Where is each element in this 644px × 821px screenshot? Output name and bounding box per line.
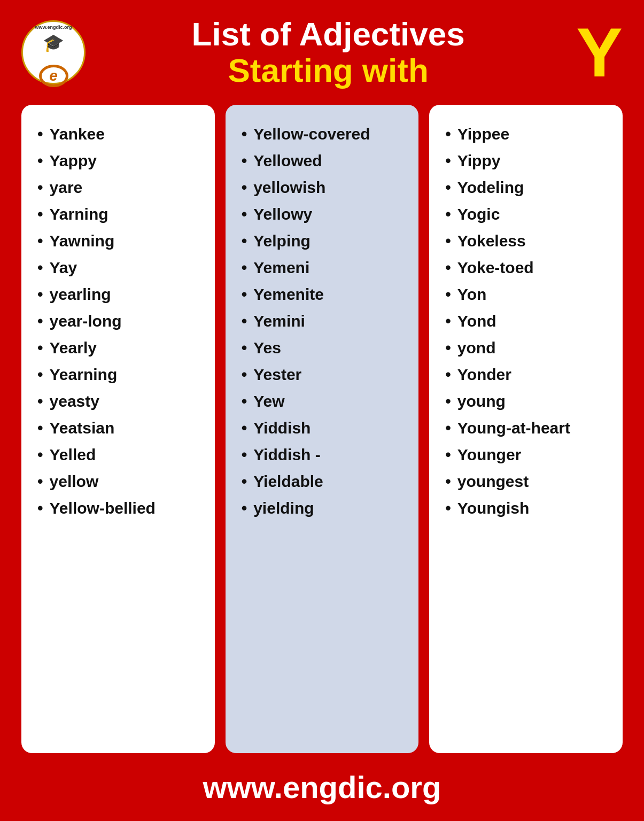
- word-list-1: YankeeYappyyareYarningYawningYayyearling…: [37, 121, 204, 522]
- list-item: Yarning: [37, 201, 204, 228]
- list-item: Yieldable: [242, 468, 408, 495]
- list-item: yielding: [242, 495, 408, 522]
- list-item: Yemenite: [242, 281, 408, 308]
- column-1: YankeeYappyyareYarningYawningYayyearling…: [21, 105, 215, 753]
- big-y-letter: Y: [576, 18, 623, 87]
- list-item: Yappy: [37, 148, 204, 174]
- list-item: Yemini: [242, 308, 408, 335]
- list-item: Yew: [242, 388, 408, 415]
- logo-letter: e: [39, 65, 68, 87]
- list-item: Younger: [445, 442, 612, 468]
- column-2: Yellow-coveredYellowedyellowishYellowyYe…: [226, 105, 419, 753]
- list-item: Yearly: [37, 335, 204, 361]
- footer: www.engdic.org: [21, 769, 623, 805]
- list-item: Yogic: [445, 201, 612, 228]
- list-item: yeasty: [37, 388, 204, 415]
- list-item: Yodeling: [445, 174, 612, 201]
- list-item: Yawning: [37, 228, 204, 254]
- list-item: Yester: [242, 361, 408, 388]
- list-item: Yelled: [37, 442, 204, 468]
- logo: www.engdic.org 🎓 e: [21, 20, 86, 84]
- word-list-2: Yellow-coveredYellowedyellowishYellowyYe…: [242, 121, 408, 522]
- columns-container: YankeeYappyyareYarningYawningYayyearling…: [21, 105, 623, 753]
- list-item: yare: [37, 174, 204, 201]
- column-3: YippeeYippyYodelingYogicYokelessYoke-toe…: [429, 105, 623, 753]
- list-item: Yiddish -: [242, 442, 408, 468]
- list-item: Yeatsian: [37, 415, 204, 442]
- footer-url: www.engdic.org: [21, 769, 623, 805]
- logo-url-text: www.engdic.org: [35, 25, 72, 30]
- title-line2: Starting with: [96, 52, 560, 89]
- list-item: Yellowy: [242, 201, 408, 228]
- list-item: Yokeless: [445, 228, 612, 254]
- header-title: List of Adjectives Starting with: [96, 16, 560, 89]
- word-list-3: YippeeYippyYodelingYogicYokelessYoke-toe…: [445, 121, 612, 522]
- list-item: Yippy: [445, 148, 612, 174]
- list-item: Yemeni: [242, 254, 408, 281]
- list-item: year-long: [37, 308, 204, 335]
- list-item: Yond: [445, 308, 612, 335]
- list-item: Yiddish: [242, 415, 408, 442]
- list-item: youngest: [445, 468, 612, 495]
- list-item: Yippee: [445, 121, 612, 148]
- list-item: Yelping: [242, 228, 408, 254]
- list-item: yellowish: [242, 174, 408, 201]
- list-item: young: [445, 388, 612, 415]
- list-item: Young-at-heart: [445, 415, 612, 442]
- list-item: Yon: [445, 281, 612, 308]
- list-item: Yellow-covered: [242, 121, 408, 148]
- header: www.engdic.org 🎓 e List of Adjectives St…: [21, 16, 623, 89]
- list-item: Yes: [242, 335, 408, 361]
- list-item: yearling: [37, 281, 204, 308]
- list-item: Yonder: [445, 361, 612, 388]
- list-item: Yellowed: [242, 148, 408, 174]
- list-item: Yay: [37, 254, 204, 281]
- list-item: Yoke-toed: [445, 254, 612, 281]
- list-item: yellow: [37, 468, 204, 495]
- title-line1: List of Adjectives: [96, 16, 560, 52]
- list-item: Youngish: [445, 495, 612, 522]
- list-item: Yearning: [37, 361, 204, 388]
- list-item: Yankee: [37, 121, 204, 148]
- list-item: Yellow-bellied: [37, 495, 204, 522]
- list-item: yond: [445, 335, 612, 361]
